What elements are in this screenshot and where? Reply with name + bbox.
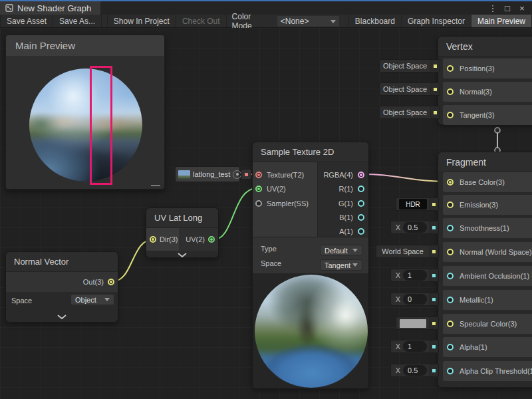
graph-inspector-button[interactable]: Graph Inspector [402,15,471,27]
fragment-row-smoothness: Smoothness(1) [443,218,532,238]
g-output-port[interactable] [358,200,364,207]
normal-vector-title: Normal Vector [6,252,118,272]
main-preview-title: Main Preview [6,35,164,56]
normal-input-port[interactable] [447,88,454,95]
metallic-label: Metallic(1) [460,296,493,304]
fragment-row-alphaclip: Alpha Clip Threshold(1) [443,361,532,381]
tangent-space-dropdown[interactable]: Object Space [379,106,440,119]
blackboard-button[interactable]: Blackboard [348,15,402,27]
texture-asset-name: latlong_test [193,170,230,178]
specular-label: Specular Color(3) [460,320,517,328]
connector-dot [245,173,248,176]
nv-space-dropdown[interactable]: Object [70,294,114,305]
smoothness-label: Smoothness(1) [460,224,509,232]
connector-dot [432,250,436,253]
normal-space-dropdown[interactable]: Object Space [379,82,440,96]
node-preview [253,273,368,388]
alpha-input-port[interactable] [447,344,454,350]
ao-input-port[interactable] [447,273,454,279]
output-g: G(1) [338,197,364,210]
type-dropdown[interactable]: Default [320,245,362,256]
uv-lat-long-node[interactable]: UV Lat Long Dir(3) UV(2) [146,207,219,258]
texture-thumbnail [178,170,190,179]
save-as-button[interactable]: Save As... [53,15,102,27]
r-output-port[interactable] [358,186,364,192]
connector-dot [432,226,436,229]
sampler-input-port[interactable] [255,200,262,207]
color-swatch[interactable] [400,319,426,328]
specular-input-port[interactable] [447,321,454,327]
connector-dot [432,345,436,348]
specular-color-field[interactable] [396,317,439,330]
a-output-port[interactable] [358,228,364,235]
texture-asset-connector [241,169,251,180]
normalws-input-port[interactable] [447,249,454,255]
rgba-output-port[interactable] [358,172,364,178]
maximize-icon[interactable]: □ [501,2,513,14]
uv-output-row: UV(2) [179,228,218,251]
metallic-input-port[interactable] [447,297,454,303]
uv-lat-long-title: UV Lat Long [146,208,218,228]
close-icon[interactable]: × [516,2,528,14]
toolbar: Save Asset Save As... Show In Project Ch… [0,15,532,28]
space-label: Space [261,259,281,267]
b-output-port[interactable] [358,214,364,221]
alphaclip-value-field[interactable]: X 0.5 [390,364,439,377]
resize-handle[interactable] [151,185,160,186]
chevron-down-icon [352,249,358,252]
fragment-node[interactable]: Fragment Base Color(3) Emission(3) Smoot… [438,152,532,388]
sample-texture-2d-node[interactable]: Sample Texture 2D Texture(T2) UV(2) Samp… [252,142,369,389]
collapse-chevron-icon[interactable] [6,313,118,321]
fragment-row-metallic: Metallic(1) [443,290,532,310]
tangent-input-port[interactable] [447,112,454,118]
vertex-row-position: Position(3) [443,59,532,78]
space-dropdown[interactable]: Tangent [320,259,362,271]
edge-rgba-to-basecolor[interactable] [364,174,446,182]
output-a: A(1) [339,225,364,238]
uv-output-port[interactable] [208,236,215,243]
collapse-chevron-icon[interactable] [146,251,218,259]
vertex-row-tangent: Tangent(3) [443,105,532,125]
color-mode-dropdown[interactable]: <None> [277,16,339,27]
sample-texture-title: Sample Texture 2D [253,142,368,162]
input-uv: UV(2) [255,182,286,196]
output-rgba: RGBA(4) [323,168,364,182]
smoothness-input-port[interactable] [447,225,454,231]
emission-hdr-field[interactable]: HDR [396,198,439,211]
chevron-down-icon [331,20,336,23]
edge-uvlatlong-to-sample[interactable] [214,188,257,239]
vertex-node-title: Vertex [438,37,532,57]
vertex-row-normal: Normal(3) [443,82,532,102]
texture-input-port[interactable] [255,172,262,178]
graph-canvas[interactable]: Main Preview Vertex Position(3) Normal(3… [0,28,532,399]
tab-new-shader-graph[interactable]: New Shader Graph [0,1,100,15]
output-b: B(1) [339,211,364,224]
smoothness-value-field[interactable]: X 0.5 [390,221,439,234]
main-preview-panel[interactable]: Main Preview [5,35,165,190]
normal-vector-node[interactable]: Normal Vector Out(3) Space Object [5,251,118,323]
fragment-row-emission: Emission(3) [443,195,532,215]
texture-asset-node[interactable]: latlong_test [175,166,240,182]
position-input-port[interactable] [447,65,454,72]
sample-preview-sphere [255,275,368,388]
dir-input-port[interactable] [150,236,156,243]
position-space-dropdown[interactable]: Object Space [379,59,440,72]
kebab-menu-icon[interactable]: ⋮ [487,2,499,14]
metallic-value-field[interactable]: X 0 [390,293,439,306]
connector-dot [432,298,436,301]
connector-dot [434,88,437,91]
show-in-project-button[interactable]: Show In Project [107,15,176,27]
basecolor-input-port[interactable] [447,179,454,186]
connector-dot [432,369,436,372]
main-preview-button[interactable]: Main Preview [471,15,532,27]
vertex-node[interactable]: Vertex Position(3) Normal(3) Tangent(3) [438,36,532,125]
alphaclip-input-port[interactable] [447,368,454,374]
emission-input-port[interactable] [447,201,454,208]
connector-dot [432,203,436,206]
uv-input-port[interactable] [255,186,262,192]
ao-value-field[interactable]: X 1 [390,269,439,282]
normal-space-dropdown-fragment[interactable]: World Space [376,245,439,258]
alpha-value-field[interactable]: X 1 [390,340,439,353]
save-asset-button[interactable]: Save Asset [0,15,53,27]
out-output-port[interactable] [108,279,114,285]
